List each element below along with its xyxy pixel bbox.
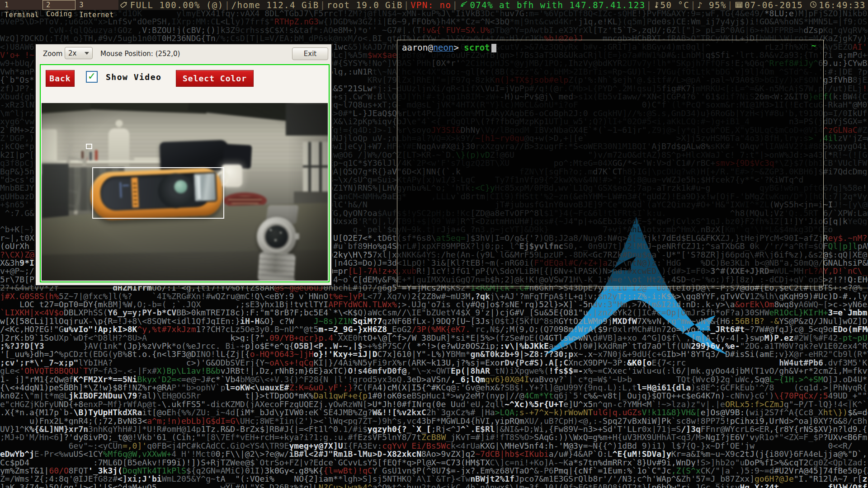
terminal-tilde: ~ [811, 41, 816, 50]
show-video-checkbox[interactable]: ✓ [86, 71, 98, 83]
thermometer-icon [654, 1, 659, 9]
terminal-cursor [491, 44, 496, 52]
camera-toolbar: Zoom 2x Mouse Position: (252,0) Exit [36, 44, 331, 63]
zoom-value: 2x [68, 49, 76, 57]
camera-tool-window: Zoom 2x Mouse Position: (252,0) Exit Bac… [35, 43, 332, 286]
video-feed[interactable] [42, 103, 328, 281]
clock-icon [810, 1, 817, 8]
exit-button[interactable]: Exit [292, 47, 328, 60]
wallpaper-divider-line [0, 288, 868, 288]
volume: 95% [709, 0, 726, 10]
workspace-coding[interactable]: 2 Coding [42, 0, 75, 10]
prompt-suffix: > [453, 42, 464, 52]
vpn-status: VPN: no [410, 0, 452, 10]
wifi-antenna-icon [460, 1, 468, 8]
select-color-button[interactable]: Select Color [176, 70, 254, 87]
calendar-icon [735, 1, 743, 8]
battery-icon [119, 1, 128, 8]
terminal-window[interactable]: aaron@neon> scrot ~ [397, 40, 824, 286]
workspace-list: 1 Terminal 2 Coding 3 Internet [0, 0, 118, 10]
mouse-position-readout: Mouse Position: (252,0) [100, 50, 180, 58]
note-icon: ♪ [697, 0, 703, 10]
terminal-prompt-line: aaron@neon> scrot [402, 42, 496, 52]
checkmark-icon: ✓ [88, 70, 96, 82]
workspace-terminal[interactable]: 1 Terminal [1, 0, 42, 10]
workspace-internet[interactable]: 3 Internet [75, 0, 117, 10]
tracking-marker [86, 144, 92, 149]
date: 07-06-2015 [745, 0, 803, 10]
desktop: r`8OJXrQLt"1)7ist@rl?r*s"d1OK ylmyEYX41f… [0, 0, 868, 488]
temperature: 50 °C [660, 0, 690, 10]
back-button[interactable]: Back [46, 70, 75, 87]
status-area: FULL 100.00% (@) | /home 112.4 GiB | roo… [118, 0, 868, 10]
home-disk-usage: /home 112.4 GiB [231, 0, 319, 10]
prompt-user: aaron [402, 42, 428, 52]
selection-rectangle [92, 167, 224, 219]
show-video-label: Show Video [106, 72, 161, 82]
battery-status: FULL 100.00% (@) [130, 0, 224, 10]
camera-panel: Back ✓ Show Video Select Color [40, 64, 330, 282]
prompt-at: @ [428, 42, 433, 52]
chevron-down-icon [85, 52, 89, 55]
zoom-label: Zoom [43, 50, 62, 58]
time: 16:49:33 [819, 0, 866, 10]
top-bar: 1 Terminal 2 Coding 3 Internet FULL 100.… [0, 0, 868, 10]
prompt-host: neon [433, 42, 454, 52]
typed-command: scrot [464, 42, 490, 52]
camera-controls: Back ✓ Show Video Select Color [41, 65, 329, 88]
zoom-select[interactable]: 2x [65, 47, 93, 59]
wifi-status: 074% at bfh with 147.87.41.123 [470, 0, 645, 10]
root-disk-usage: root 19.0 GiB [327, 0, 403, 10]
